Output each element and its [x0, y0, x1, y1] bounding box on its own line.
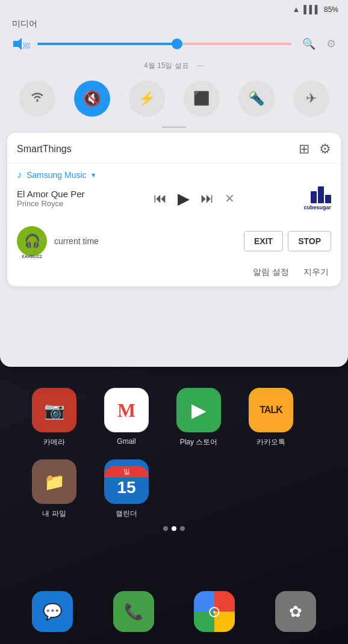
cubesugar-bars	[311, 186, 331, 203]
settings-icon[interactable]: ⚙	[326, 37, 336, 51]
music-player: ♪ Samsung Music ▾ El Amor Que Per Prince…	[7, 163, 341, 220]
svg-text:)))): ))))	[23, 42, 30, 49]
bluetooth-icon: ⚡	[138, 91, 155, 106]
music-controls: ⏮ ▶ ⏭ ✕	[154, 189, 235, 208]
volume-row: )))) 🔍 ⚙	[12, 34, 336, 54]
alarm-row: 알림 설정 지우기	[7, 262, 341, 286]
earbuzz-icon: 🎧	[17, 226, 47, 256]
flashlight-toggle[interactable]: 🔦	[238, 81, 275, 117]
calendar-icon: 일 15	[104, 459, 149, 504]
page-dot-2[interactable]	[172, 526, 176, 531]
page-indicator	[0, 519, 348, 538]
stop-button[interactable]: STOP	[288, 231, 331, 251]
app-item-calendar[interactable]: 일 15 캘린더	[96, 459, 157, 519]
camera-label: 카메라	[43, 437, 65, 447]
wifi-toggle[interactable]	[19, 81, 55, 117]
calendar-label: 캘린더	[116, 509, 137, 519]
music-artist: Prince Royce	[17, 199, 85, 208]
play-store-icon: ▶	[176, 388, 221, 432]
collapse-handle[interactable]: —	[197, 61, 204, 70]
airplane-toggle[interactable]: ✈	[293, 81, 329, 117]
page-dot-3[interactable]	[180, 526, 185, 531]
battery-level: 85%	[324, 5, 338, 14]
app-item-gmail[interactable]: M Gmail	[96, 388, 157, 447]
bottom-apps: 💬 📞 ⊙ ✿	[0, 585, 348, 638]
volume-slider[interactable]	[37, 38, 291, 50]
smartthings-title: SmartThings	[17, 144, 72, 155]
mute-toggle[interactable]: 🔇	[74, 81, 110, 117]
play-store-label: Play 스토어	[180, 437, 218, 447]
phone-icon[interactable]: 📞	[113, 591, 154, 632]
app-item-files[interactable]: 📁 내 파일	[24, 459, 84, 519]
page-dot-1[interactable]	[163, 526, 168, 531]
camera-icon: 📷	[32, 388, 76, 432]
close-button[interactable]: ✕	[225, 191, 235, 206]
smartthings-grid-icon[interactable]: ⊞	[299, 141, 309, 157]
prev-button[interactable]: ⏮	[154, 191, 167, 206]
cubesugar-logo: cubesugar	[303, 186, 331, 210]
gmail-label: Gmail	[117, 437, 135, 446]
date-bar: 4월 15일 설표 —	[0, 60, 348, 76]
alarm-settings-link[interactable]: 알림 설정	[253, 267, 289, 278]
music-info-row: El Amor Que Per Prince Royce ⏮ ▶ ⏭ ✕	[17, 186, 331, 210]
alarm-clear-link[interactable]: 지우기	[303, 267, 329, 278]
bluetooth-toggle[interactable]: ⚡	[129, 81, 165, 117]
mute-icon: 🔇	[83, 90, 101, 107]
media-section: 미디어 )))) 🔍 ⚙	[0, 16, 348, 60]
earbuzz-buttons: EXIT STOP	[244, 231, 331, 251]
screen-rotate-toggle[interactable]: ⬛	[184, 81, 220, 117]
settings-icon[interactable]: ✿	[275, 591, 316, 632]
date-text: 4월 15일 설표	[144, 61, 189, 70]
divider	[162, 126, 186, 128]
cubesugar-text: cubesugar	[303, 204, 331, 210]
app-item-kakaotalk[interactable]: TALK 카카오톡	[241, 388, 301, 447]
earbuzz-icon-wrap: 🎧 EARBUZZ	[17, 226, 47, 256]
kakaotalk-icon: TALK	[249, 388, 293, 432]
files-icon: 📁	[32, 459, 76, 504]
smartthings-card: SmartThings ⊞ ⚙ ♪ Samsung Music ▾ El Amo…	[7, 133, 341, 286]
kakaotalk-label: 카카오톡	[256, 437, 285, 447]
music-app-name: Samsung Music	[26, 170, 87, 180]
flashlight-icon: 🔦	[248, 91, 264, 106]
gmail-icon: M	[104, 388, 149, 432]
app-item-camera[interactable]: 📷 카메라	[24, 388, 84, 447]
exit-button[interactable]: EXIT	[244, 231, 283, 251]
earbuzz-current-time: current time	[54, 236, 237, 246]
music-title: El Amor Que Per	[17, 189, 85, 199]
app-item-play[interactable]: ▶ Play 스토어	[169, 388, 229, 447]
files-label: 내 파일	[42, 509, 66, 519]
volume-icon[interactable]: ))))	[12, 34, 31, 54]
media-label: 미디어	[12, 19, 336, 29]
music-text-info: El Amor Que Per Prince Royce	[17, 189, 85, 208]
home-screen: 📷 카메라 M Gmail ▶ Play 스토어 TALK 카카오톡 📁	[0, 370, 348, 644]
messages-icon[interactable]: 💬	[32, 591, 73, 632]
play-button[interactable]: ▶	[178, 189, 190, 208]
status-bar: ▲ ▌▌▌ 85%	[0, 0, 348, 16]
svg-marker-0	[13, 38, 22, 50]
expand-arrow-icon[interactable]: ▾	[92, 171, 95, 179]
airplane-icon: ✈	[306, 91, 317, 106]
music-note-icon: ♪	[17, 170, 22, 180]
notification-shade: ▲ ▌▌▌ 85% 미디어 )))) 🔍 ⚙	[0, 0, 348, 367]
search-icon[interactable]: 🔍	[302, 37, 315, 51]
chrome-icon[interactable]: ⊙	[194, 591, 235, 632]
signal-bars: ▌▌▌	[303, 5, 320, 14]
rotate-icon: ⬛	[193, 91, 210, 106]
quick-toggles: 🔇 ⚡ ⬛ 🔦 ✈	[0, 76, 348, 124]
next-button[interactable]: ⏭	[200, 191, 214, 206]
smartthings-settings-icon[interactable]: ⚙	[319, 141, 331, 157]
apps-grid: 📷 카메라 M Gmail ▶ Play 스토어 TALK 카카오톡 📁	[0, 370, 348, 519]
smartthings-header: SmartThings ⊞ ⚙	[7, 133, 341, 163]
wifi-icon	[30, 90, 45, 107]
earbuzz-section: 🎧 EARBUZZ current time EXIT STOP	[7, 220, 341, 262]
wifi-status-icon: ▲	[292, 5, 300, 14]
music-app-header: ♪ Samsung Music ▾	[17, 170, 331, 180]
smartthings-actions: ⊞ ⚙	[299, 141, 331, 157]
earbuzz-label: EARBUZZ	[22, 254, 42, 259]
